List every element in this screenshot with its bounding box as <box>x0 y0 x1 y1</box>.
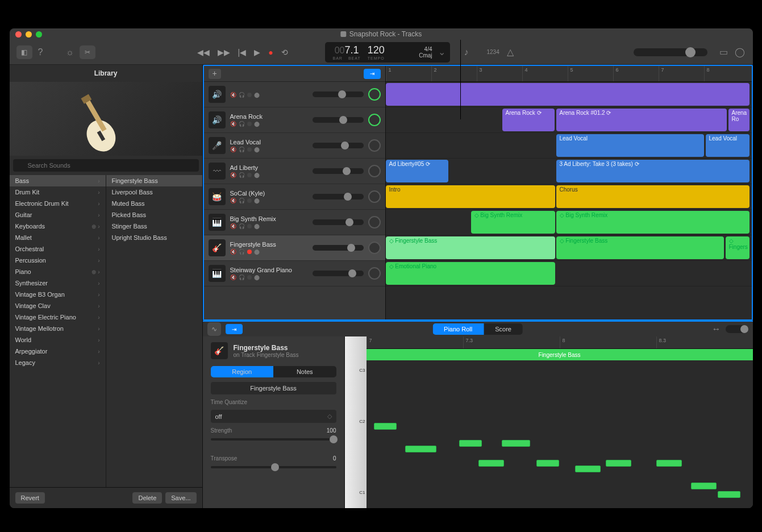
category-item[interactable]: Keyboards⊕ › <box>10 221 106 232</box>
notes-tab[interactable]: Notes <box>273 366 336 377</box>
category-item[interactable]: Electronic Drum Kit› <box>10 198 106 209</box>
mute-icon[interactable]: 🔇 <box>230 275 236 280</box>
editor-filter-button[interactable]: ⇥ <box>226 324 243 334</box>
track-header-row[interactable]: 🎹 Big Synth Remix 🔇 🎧 ⬤ <box>204 210 385 235</box>
track-volume-fader[interactable] <box>313 92 364 97</box>
track-header-row[interactable]: 🎤 Lead Vocal 🔇 🎧 ⬤ <box>204 133 385 159</box>
go-to-start-icon[interactable]: |◀ <box>238 48 247 57</box>
track-pan-knob[interactable] <box>368 242 381 254</box>
mute-icon[interactable]: 🔇 <box>230 249 236 255</box>
track-lane[interactable]: Lead VocalLead Vocal <box>386 133 752 159</box>
lcd-display[interactable]: 007.1 BAR BEAT 120 TEMPO 4/4 Cmaj ⌄ <box>325 42 450 63</box>
region[interactable]: ◇ Fingerstyle Bass <box>556 236 724 259</box>
track-header-row[interactable]: 🔊 Arena Rock 🔇 🎧 ⬤ <box>204 107 385 133</box>
delete-button[interactable]: Delete <box>132 492 162 504</box>
headphone-icon[interactable]: 🎧 <box>239 198 245 203</box>
category-item[interactable]: Piano⊕ › <box>10 266 106 277</box>
headphone-icon[interactable]: 🎧 <box>239 121 245 127</box>
category-item[interactable]: Arpeggiator› <box>10 346 106 357</box>
piano-roll-grid[interactable]: 77.388.3 Fingerstyle Bass <box>367 336 753 508</box>
headphone-icon[interactable]: 🎧 <box>239 147 245 152</box>
track-header-row[interactable]: 🎹 Steinway Grand Piano 🔇 🎧 ⬤ <box>204 261 385 286</box>
region-name-field[interactable]: Fingerstyle Bass <box>211 382 336 394</box>
record-enable-icon[interactable] <box>247 250 252 254</box>
settings-icon[interactable]: ☼ <box>65 47 74 57</box>
piano-roll-ruler[interactable]: 77.388.3 <box>367 336 753 349</box>
region[interactable]: Intro <box>386 185 555 208</box>
play-icon[interactable]: ▶ <box>254 48 260 57</box>
category-item[interactable]: Vintage Mellotron› <box>10 323 106 334</box>
midi-note[interactable] <box>691 483 717 489</box>
region[interactable]: ◇ Emotional Piano <box>386 262 555 285</box>
record-enable-icon[interactable] <box>247 122 252 126</box>
mute-icon[interactable]: 🔇 <box>230 92 236 98</box>
headphone-icon[interactable]: 🎧 <box>239 92 245 98</box>
region[interactable]: Lead Vocal <box>706 134 749 157</box>
input-icon[interactable]: ⬤ <box>254 147 260 152</box>
region[interactable]: Arena Rock ⟳ <box>502 109 555 131</box>
category-item[interactable]: Vintage Electric Piano› <box>10 311 106 323</box>
track-lane[interactable]: ◇ Big Synth Remix◇ Big Synth Remix <box>386 210 752 235</box>
midi-note[interactable] <box>606 460 631 467</box>
midi-note[interactable] <box>502 440 530 447</box>
category-item[interactable]: Legacy› <box>10 357 106 368</box>
category-item[interactable]: Guitar› <box>10 209 106 221</box>
midi-note[interactable] <box>656 460 682 467</box>
track-lane[interactable]: ◇ Fingerstyle Bass◇ Fingerstyle Bass◇ Fi… <box>386 235 752 261</box>
record-enable-icon[interactable] <box>247 93 252 97</box>
region[interactable]: Arena Ro <box>728 109 749 131</box>
track-lane[interactable]: IntroChorus <box>386 184 752 210</box>
midi-note[interactable] <box>478 460 504 467</box>
save-button[interactable]: Save... <box>165 492 196 504</box>
category-item[interactable]: Synthesizer› <box>10 277 106 289</box>
region[interactable]: ◇ Big Synth Remix <box>471 211 555 234</box>
category-item[interactable]: Drum Kit› <box>10 186 106 198</box>
category-item[interactable]: World› <box>10 334 106 346</box>
preset-item[interactable]: Liverpool Bass <box>106 186 202 198</box>
track-pan-knob[interactable] <box>368 165 381 177</box>
library-toggle[interactable]: ◧ <box>16 45 32 59</box>
master-volume-slider[interactable] <box>634 48 707 56</box>
strength-slider[interactable] <box>211 438 336 440</box>
track-volume-fader[interactable] <box>313 271 364 276</box>
quantize-select[interactable]: off ◇ <box>211 410 336 423</box>
region[interactable] <box>386 83 749 106</box>
category-item[interactable]: Orchestral› <box>10 243 106 255</box>
track-lane[interactable] <box>386 82 752 107</box>
chevron-down-icon[interactable]: ⌄ <box>438 47 445 57</box>
headphone-icon[interactable]: 🎧 <box>239 172 245 178</box>
region[interactable]: Chorus <box>556 185 749 208</box>
region[interactable]: ◇ Big Synth Remix <box>556 211 749 234</box>
midi-note[interactable] <box>459 440 482 447</box>
region[interactable]: 3 Ad Liberty: Take 3 (3 takes) ⟳ <box>556 160 749 182</box>
category-item[interactable]: Bass› <box>10 175 106 186</box>
piano-keyboard[interactable]: C3 C2 C1 <box>345 336 367 508</box>
track-header-row[interactable]: 🔊 🔇 🎧 ⬤ <box>204 82 385 107</box>
arrange-area[interactable]: 12345678 Arena Rock ⟳Arena Rock #01.2 ⟳A… <box>386 66 752 319</box>
track-pan-knob[interactable] <box>368 267 381 280</box>
category-item[interactable]: Vintage Clav› <box>10 300 106 311</box>
transpose-slider[interactable] <box>211 466 336 468</box>
category-item[interactable]: Vintage B3 Organ› <box>10 289 106 300</box>
track-header-row[interactable]: 🎸 Fingerstyle Bass 🔇 🎧 ⬤ <box>204 235 385 261</box>
editor-link-icon[interactable]: ∿ <box>207 322 221 336</box>
forward-icon[interactable]: ▶▶ <box>218 48 230 57</box>
mute-icon[interactable]: 🔇 <box>230 172 236 178</box>
tuner-icon[interactable]: ♪ <box>464 47 469 57</box>
notepad-icon[interactable]: ▭ <box>719 47 728 57</box>
input-icon[interactable]: ⬤ <box>254 172 260 178</box>
headphone-icon[interactable]: 🎧 <box>239 223 245 229</box>
track-pan-knob[interactable] <box>368 114 381 126</box>
input-icon[interactable]: ⬤ <box>254 121 260 127</box>
track-volume-fader[interactable] <box>313 245 364 251</box>
track-volume-fader[interactable] <box>313 168 364 174</box>
record-enable-icon[interactable] <box>247 147 252 152</box>
mute-icon[interactable]: 🔇 <box>230 223 236 229</box>
region-tab[interactable]: Region <box>211 366 274 377</box>
headphone-icon[interactable]: 🎧 <box>239 275 245 280</box>
region[interactable]: ◇ Fingers <box>726 236 749 259</box>
piano-roll-tab[interactable]: Piano Roll <box>432 323 484 335</box>
track-pan-knob[interactable] <box>368 88 381 101</box>
track-lane[interactable]: Arena Rock ⟳Arena Rock #01.2 ⟳Arena Ro <box>386 107 752 133</box>
rewind-icon[interactable]: ◀◀ <box>197 48 210 57</box>
